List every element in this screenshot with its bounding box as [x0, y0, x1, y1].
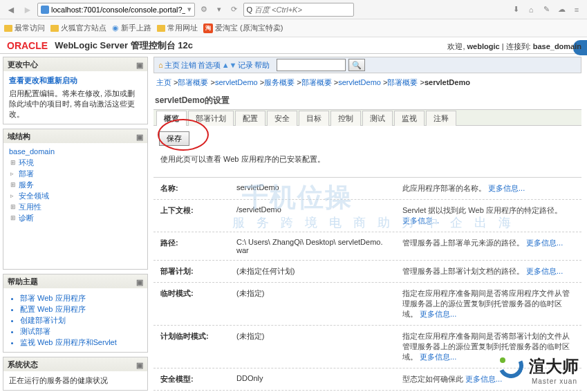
save-button[interactable]: 保存 — [159, 131, 189, 146]
main-content: ⌂ 主页 注销 首选项 ▲▼ 记录 帮助 🔍 主页 >部署概要 >servlet… — [151, 54, 587, 392]
help-link[interactable]: 配置 Web 应用程序 — [20, 304, 142, 315]
prop-help: 指定在应用程序准备期间是否将部署计划的文件从管理服务器上的源位置复制到托管服务器… — [402, 331, 575, 362]
tree-node-service[interactable]: 服务 — [19, 179, 142, 190]
more-info-link[interactable]: 更多信息... — [420, 310, 456, 318]
prop-value: (未指定) — [236, 288, 395, 319]
prop-value: (未指定) — [236, 331, 395, 362]
tab-monitor[interactable]: 监视 — [394, 111, 425, 126]
prop-label: 计划临时模式: — [160, 331, 230, 362]
prop-row-path: 路径: C:\ Users\ ZhangQi\ Desktop\ servlet… — [153, 232, 581, 260]
left-column: 更改中心▣ 查看更改和重新启动 启用配置编辑。将来在修改, 添加或删除此域中的项… — [0, 54, 151, 392]
breadcrumb: 主页 >部署概要 >servletDemo >服务概要 >部署概要 >servl… — [153, 73, 581, 92]
bookmark-bar: 最常访问 火狐官方站点 ◉新手上路 常用网址 淘爱淘宝 (原淘宝特卖) — [0, 19, 587, 37]
page-description: 使用此页可以查看 Web 应用程序的已安装配置。 — [153, 149, 581, 170]
bc-current: servletDemo — [425, 78, 470, 86]
bookmark-firefox[interactable]: 火狐官方站点 — [50, 23, 106, 33]
bc-link[interactable]: 部署概要 — [387, 78, 418, 86]
tree-node-env[interactable]: 环境 — [19, 157, 142, 168]
bookmark-taobao[interactable]: 淘爱淘宝 (原淘宝特卖) — [203, 23, 283, 33]
collapse-icon[interactable]: ▣ — [136, 278, 143, 285]
reload-dropdown-icon[interactable]: ▾ — [213, 3, 225, 16]
back-icon[interactable]: ◄ — [4, 3, 18, 17]
menu-prefs[interactable]: 首选项 — [198, 60, 221, 71]
collapse-icon[interactable]: ▣ — [136, 361, 143, 368]
record-icon[interactable]: ▲▼ — [222, 61, 237, 69]
prop-label: 临时模式: — [160, 288, 230, 319]
bc-link[interactable]: 服务概要 — [264, 78, 295, 86]
prop-row-context: 上下文根: /servletDemo Servlet 据以找到此 Web 应用程… — [153, 199, 581, 232]
tree-node-diag[interactable]: 诊断 — [19, 212, 142, 223]
tab-test[interactable]: 测试 — [362, 111, 393, 126]
more-info-link[interactable]: 更多信息... — [488, 184, 525, 192]
tree-node-interop[interactable]: 互用性 — [19, 201, 142, 212]
url-input[interactable] — [51, 6, 185, 14]
tree-node-security[interactable]: 安全领域 — [19, 190, 142, 201]
tab-config[interactable]: 配置 — [235, 111, 265, 126]
top-menu: ⌂ 主页 注销 首选项 ▲▼ 记录 帮助 🔍 — [153, 57, 581, 73]
prop-value: servletDemo — [236, 183, 395, 194]
change-center-text: 启用配置编辑。将来在修改, 添加或删除此域中的项目时, 将自动激活这些更改。 — [9, 88, 142, 120]
bc-link[interactable]: 主页 — [156, 78, 171, 86]
bookmark-newbie[interactable]: ◉新手上路 — [112, 23, 151, 33]
bookmark-most-visited[interactable]: 最常访问 — [4, 23, 45, 33]
panel-header: 域结构▣ — [3, 129, 147, 143]
more-info-link[interactable]: 更多信息... — [402, 216, 439, 225]
globe-icon: ◉ — [112, 24, 119, 32]
system-status-text: 正在运行的服务器的健康状况 — [3, 371, 147, 390]
prop-row-staging: 临时模式: (未指定) 指定在应用程序准备期间是否将应用程序文件从管理服务器上的… — [153, 282, 581, 325]
tab-target[interactable]: 目标 — [299, 111, 329, 126]
tree-node-deploy[interactable]: 部署 — [19, 168, 142, 179]
help-link[interactable]: 监视 Web 应用程序和Servlet — [20, 337, 142, 348]
bc-link[interactable]: 部署概要 — [301, 78, 332, 86]
help-link[interactable]: 测试部署 — [20, 326, 142, 337]
console-search-input[interactable] — [277, 59, 346, 71]
tab-control[interactable]: 控制 — [330, 111, 361, 126]
prop-value: DDOnly — [236, 374, 395, 384]
tabs: 概览 部署计划 配置 安全 目标 控制 测试 监视 注释 — [153, 109, 581, 126]
folder-icon — [157, 25, 165, 32]
menu-record[interactable]: 记录 — [238, 60, 253, 71]
bc-link[interactable]: 部署概要 — [178, 78, 208, 86]
more-info-link[interactable]: 更多信息... — [526, 239, 563, 247]
prop-value: (未指定任何计划) — [236, 266, 395, 277]
home-icon[interactable]: ⌂ — [158, 61, 163, 69]
prop-row-plan-staging: 计划临时模式: (未指定) 指定在应用程序准备期间是否将部署计划的文件从管理服务… — [153, 325, 581, 368]
menu-home[interactable]: 主页 — [165, 60, 180, 71]
forward-icon[interactable]: ► — [21, 3, 35, 17]
dropdown-icon[interactable]: ▾ — [187, 5, 192, 14]
chat-icon[interactable]: ☁ — [555, 3, 568, 16]
more-info-link[interactable]: 更多信息... — [420, 353, 456, 361]
more-info-link[interactable]: 更多信息... — [465, 375, 502, 383]
help-link[interactable]: 创建部署计划 — [20, 315, 142, 326]
prop-help: 指定在应用程序准备期间是否将应用程序文件从管理服务器上的源位置复制到托管服务器的… — [402, 288, 575, 319]
tree-root[interactable]: base_domain — [9, 147, 142, 156]
panel-header: 更改中心▣ — [3, 57, 147, 71]
mixer-icon[interactable]: ⚙ — [198, 3, 210, 16]
browser-search[interactable]: Q — [243, 3, 354, 17]
folder-icon — [4, 25, 12, 32]
view-changes-link[interactable]: 查看更改和重新启动 — [9, 75, 142, 86]
bc-link[interactable]: servletDemo — [215, 78, 258, 86]
more-info-link[interactable]: 更多信息... — [526, 267, 563, 275]
home-icon[interactable]: ⌂ — [525, 3, 537, 16]
bc-link[interactable]: servletDemo — [338, 78, 381, 86]
property-table: 名称: servletDemo 此应用程序部署的名称。 更多信息... 上下文根… — [153, 177, 581, 392]
download-icon[interactable]: ⬇ — [510, 3, 522, 16]
tab-deploy-plan[interactable]: 部署计划 — [188, 111, 234, 126]
menu-logout[interactable]: 注销 — [181, 60, 196, 71]
reload-icon[interactable]: ⟳ — [228, 3, 241, 16]
tab-overview[interactable]: 概览 — [156, 111, 187, 126]
menu-help[interactable]: 帮助 — [254, 60, 270, 71]
collapse-icon[interactable]: ▣ — [136, 133, 143, 140]
search-input[interactable] — [254, 6, 351, 14]
tab-security[interactable]: 安全 — [267, 111, 297, 126]
help-link[interactable]: 部署 Web 应用程序 — [20, 292, 142, 304]
tab-notes[interactable]: 注释 — [426, 111, 456, 126]
site-icon — [41, 6, 49, 14]
list-icon[interactable]: ≡ — [570, 3, 583, 16]
pin-icon[interactable]: ✎ — [540, 3, 552, 16]
collapse-icon[interactable]: ▣ — [136, 61, 143, 68]
url-bar[interactable]: ▾ — [37, 3, 195, 17]
console-search-button[interactable]: 🔍 — [348, 59, 365, 71]
bookmark-common[interactable]: 常用网址 — [157, 23, 198, 33]
